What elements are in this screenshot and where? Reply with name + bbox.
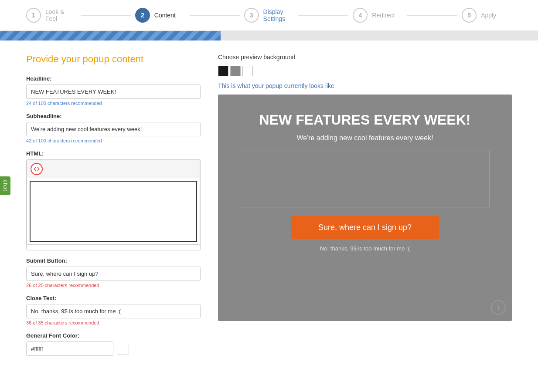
- submit-button-group: Submit Button: 26 of 20 characters recom…: [26, 257, 201, 288]
- step-connector-1: [81, 15, 131, 16]
- subheadline-input[interactable]: [26, 122, 201, 136]
- progress-bar-fill: [0, 31, 221, 41]
- wizard-bar: 1 Look & Feel 2 Content 3 Display Settin…: [0, 0, 538, 31]
- font-color-swatch[interactable]: [117, 343, 129, 355]
- font-color-label: General Font Color:: [26, 332, 201, 339]
- progress-bar-container: [0, 31, 538, 41]
- close-text-input[interactable]: [26, 304, 201, 318]
- chat-tab[interactable]: chat: [0, 176, 10, 195]
- step-label-2: Content: [154, 12, 176, 19]
- step-circle-3: 3: [244, 8, 259, 23]
- wizard-step-2[interactable]: 2 Content: [135, 8, 185, 23]
- headline-group: Headline: 24 of 100 characters recommend…: [26, 75, 201, 106]
- left-panel: Provide your popup content Headline: 24 …: [26, 54, 201, 363]
- right-panel: Choose preview background This is what y…: [218, 54, 512, 363]
- headline-input[interactable]: [26, 84, 201, 99]
- font-color-group: General Font Color:: [26, 332, 201, 356]
- step-connector-3: [298, 15, 348, 16]
- step-circle-4: 4: [353, 8, 368, 23]
- subheadline-group: Subheadline: 42 of 100 characters recomm…: [26, 113, 201, 143]
- step-label-4: Redirect: [372, 12, 395, 19]
- wizard-step-5[interactable]: 5 Apply: [462, 8, 512, 23]
- bg-swatch-black[interactable]: [218, 66, 228, 76]
- subheadline-label: Subheadline:: [26, 113, 201, 119]
- preview-bg-label: Choose preview background: [218, 54, 512, 61]
- step-circle-2: 2: [135, 8, 150, 23]
- step-circle-5: 5: [462, 8, 477, 23]
- popup-preview: NEW FEATURES EVERY WEEK! We're adding ne…: [218, 95, 512, 321]
- html-outer-box: [26, 159, 201, 250]
- wizard-step-1[interactable]: 1 Look & Feel: [26, 8, 76, 23]
- submit-button-input[interactable]: [26, 267, 201, 281]
- html-editor-toolbar: [27, 160, 200, 178]
- html-label: HTML:: [26, 150, 201, 157]
- subheadline-char-count: 42 of 100 characters recommended: [26, 138, 201, 143]
- section-title: Provide your popup content: [26, 54, 201, 65]
- submit-char-count: 26 of 20 characters recommended: [26, 283, 201, 288]
- step-connector-4: [407, 15, 457, 16]
- popup-headline: NEW FEATURES EVERY WEEK!: [231, 112, 499, 128]
- step-circle-1: 1: [26, 8, 41, 23]
- close-text-label: Close Text:: [26, 295, 201, 301]
- wizard-step-4[interactable]: 4 Redirect: [353, 8, 403, 23]
- html-textarea[interactable]: [30, 181, 197, 242]
- step-label-5: Apply: [481, 12, 496, 19]
- preview-text: This is what your popup currently looks …: [218, 82, 512, 89]
- main-content: Provide your popup content Headline: 24 …: [0, 41, 538, 376]
- html-editor-container: [27, 160, 200, 245]
- wizard-step-3[interactable]: 3 Display Settings: [244, 8, 294, 23]
- font-color-input[interactable]: [26, 341, 113, 356]
- submit-button-label: Submit Button:: [26, 257, 201, 264]
- bg-swatch-gray[interactable]: [230, 66, 241, 76]
- headline-label: Headline:: [26, 75, 201, 82]
- popup-close-text: No, thanks, 9$ is too much for me :(: [231, 245, 499, 252]
- step-connector-2: [190, 15, 240, 16]
- step-label-3: Display Settings: [263, 8, 294, 22]
- popup-form-area: [240, 151, 490, 207]
- bg-swatches: [218, 66, 512, 76]
- popup-cta-button[interactable]: Sure, where can I sign up?: [291, 216, 439, 239]
- bg-swatch-white[interactable]: [242, 66, 253, 76]
- close-text-group: Close Text: 36 of 35 characters recommen…: [26, 295, 201, 325]
- close-char-count: 36 of 35 characters recommended: [26, 320, 201, 325]
- popup-subheadline: We're adding new cool features every wee…: [231, 134, 499, 142]
- html-source-button[interactable]: [31, 163, 43, 175]
- step-label-1: Look & Feel: [45, 8, 76, 22]
- html-group: HTML:: [26, 150, 201, 250]
- scroll-up-button[interactable]: ↑: [491, 300, 506, 315]
- headline-char-count: 24 of 100 characters recommended: [26, 101, 201, 106]
